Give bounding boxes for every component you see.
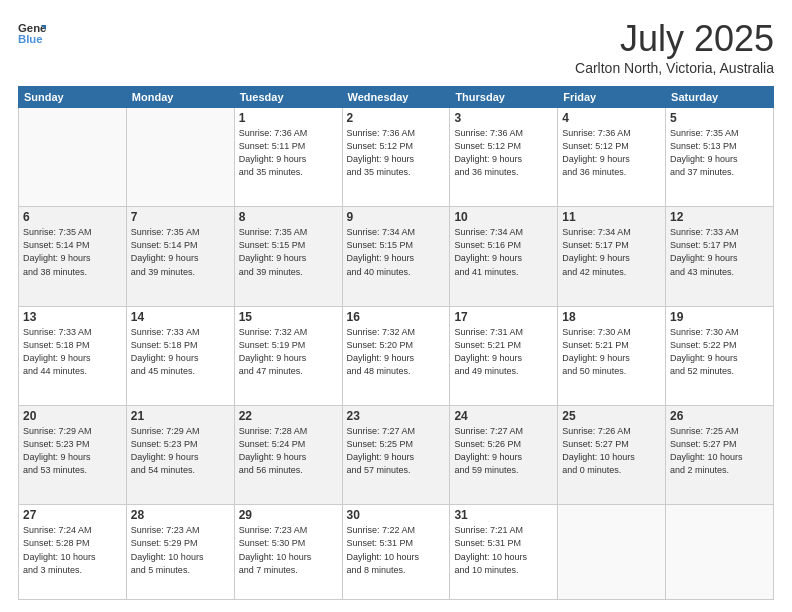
day-info: Sunrise: 7:21 AM Sunset: 5:31 PM Dayligh… bbox=[454, 524, 553, 576]
day-info: Sunrise: 7:23 AM Sunset: 5:29 PM Dayligh… bbox=[131, 524, 230, 576]
day-of-week-header: Monday bbox=[126, 87, 234, 108]
day-of-week-header: Wednesday bbox=[342, 87, 450, 108]
day-info: Sunrise: 7:32 AM Sunset: 5:20 PM Dayligh… bbox=[347, 326, 446, 378]
day-number: 15 bbox=[239, 310, 338, 324]
calendar-cell: 10Sunrise: 7:34 AM Sunset: 5:16 PM Dayli… bbox=[450, 207, 558, 306]
day-number: 21 bbox=[131, 409, 230, 423]
calendar-cell: 7Sunrise: 7:35 AM Sunset: 5:14 PM Daylig… bbox=[126, 207, 234, 306]
day-number: 6 bbox=[23, 210, 122, 224]
day-number: 30 bbox=[347, 508, 446, 522]
calendar-cell: 19Sunrise: 7:30 AM Sunset: 5:22 PM Dayli… bbox=[666, 306, 774, 405]
day-info: Sunrise: 7:34 AM Sunset: 5:15 PM Dayligh… bbox=[347, 226, 446, 278]
day-number: 12 bbox=[670, 210, 769, 224]
day-of-week-header: Thursday bbox=[450, 87, 558, 108]
day-number: 31 bbox=[454, 508, 553, 522]
calendar-cell: 17Sunrise: 7:31 AM Sunset: 5:21 PM Dayli… bbox=[450, 306, 558, 405]
calendar-cell bbox=[558, 505, 666, 600]
day-info: Sunrise: 7:33 AM Sunset: 5:17 PM Dayligh… bbox=[670, 226, 769, 278]
day-number: 2 bbox=[347, 111, 446, 125]
day-number: 19 bbox=[670, 310, 769, 324]
main-title: July 2025 bbox=[575, 18, 774, 60]
calendar-cell: 12Sunrise: 7:33 AM Sunset: 5:17 PM Dayli… bbox=[666, 207, 774, 306]
calendar-cell: 3Sunrise: 7:36 AM Sunset: 5:12 PM Daylig… bbox=[450, 108, 558, 207]
day-info: Sunrise: 7:35 AM Sunset: 5:15 PM Dayligh… bbox=[239, 226, 338, 278]
title-block: July 2025 Carlton North, Victoria, Austr… bbox=[575, 18, 774, 76]
day-info: Sunrise: 7:26 AM Sunset: 5:27 PM Dayligh… bbox=[562, 425, 661, 477]
day-number: 1 bbox=[239, 111, 338, 125]
day-number: 17 bbox=[454, 310, 553, 324]
calendar-cell: 18Sunrise: 7:30 AM Sunset: 5:21 PM Dayli… bbox=[558, 306, 666, 405]
calendar-cell: 20Sunrise: 7:29 AM Sunset: 5:23 PM Dayli… bbox=[19, 406, 127, 505]
day-number: 27 bbox=[23, 508, 122, 522]
day-info: Sunrise: 7:36 AM Sunset: 5:12 PM Dayligh… bbox=[454, 127, 553, 179]
day-number: 25 bbox=[562, 409, 661, 423]
day-info: Sunrise: 7:34 AM Sunset: 5:16 PM Dayligh… bbox=[454, 226, 553, 278]
calendar-cell: 9Sunrise: 7:34 AM Sunset: 5:15 PM Daylig… bbox=[342, 207, 450, 306]
calendar-cell: 15Sunrise: 7:32 AM Sunset: 5:19 PM Dayli… bbox=[234, 306, 342, 405]
calendar-cell: 31Sunrise: 7:21 AM Sunset: 5:31 PM Dayli… bbox=[450, 505, 558, 600]
day-info: Sunrise: 7:34 AM Sunset: 5:17 PM Dayligh… bbox=[562, 226, 661, 278]
calendar-cell: 26Sunrise: 7:25 AM Sunset: 5:27 PM Dayli… bbox=[666, 406, 774, 505]
day-number: 20 bbox=[23, 409, 122, 423]
day-of-week-header: Tuesday bbox=[234, 87, 342, 108]
calendar-table: SundayMondayTuesdayWednesdayThursdayFrid… bbox=[18, 86, 774, 600]
day-info: Sunrise: 7:24 AM Sunset: 5:28 PM Dayligh… bbox=[23, 524, 122, 576]
day-info: Sunrise: 7:29 AM Sunset: 5:23 PM Dayligh… bbox=[131, 425, 230, 477]
calendar-cell bbox=[126, 108, 234, 207]
day-number: 10 bbox=[454, 210, 553, 224]
day-info: Sunrise: 7:35 AM Sunset: 5:14 PM Dayligh… bbox=[131, 226, 230, 278]
day-info: Sunrise: 7:25 AM Sunset: 5:27 PM Dayligh… bbox=[670, 425, 769, 477]
calendar-cell: 8Sunrise: 7:35 AM Sunset: 5:15 PM Daylig… bbox=[234, 207, 342, 306]
calendar-cell: 4Sunrise: 7:36 AM Sunset: 5:12 PM Daylig… bbox=[558, 108, 666, 207]
calendar-cell: 5Sunrise: 7:35 AM Sunset: 5:13 PM Daylig… bbox=[666, 108, 774, 207]
calendar-cell bbox=[19, 108, 127, 207]
day-info: Sunrise: 7:36 AM Sunset: 5:11 PM Dayligh… bbox=[239, 127, 338, 179]
calendar-cell: 23Sunrise: 7:27 AM Sunset: 5:25 PM Dayli… bbox=[342, 406, 450, 505]
day-info: Sunrise: 7:30 AM Sunset: 5:22 PM Dayligh… bbox=[670, 326, 769, 378]
day-of-week-header: Saturday bbox=[666, 87, 774, 108]
day-info: Sunrise: 7:27 AM Sunset: 5:26 PM Dayligh… bbox=[454, 425, 553, 477]
day-info: Sunrise: 7:22 AM Sunset: 5:31 PM Dayligh… bbox=[347, 524, 446, 576]
calendar-week-row: 13Sunrise: 7:33 AM Sunset: 5:18 PM Dayli… bbox=[19, 306, 774, 405]
day-info: Sunrise: 7:27 AM Sunset: 5:25 PM Dayligh… bbox=[347, 425, 446, 477]
day-number: 18 bbox=[562, 310, 661, 324]
day-number: 29 bbox=[239, 508, 338, 522]
day-number: 22 bbox=[239, 409, 338, 423]
day-number: 24 bbox=[454, 409, 553, 423]
day-info: Sunrise: 7:28 AM Sunset: 5:24 PM Dayligh… bbox=[239, 425, 338, 477]
calendar-week-row: 1Sunrise: 7:36 AM Sunset: 5:11 PM Daylig… bbox=[19, 108, 774, 207]
calendar-page: General Blue July 2025 Carlton North, Vi… bbox=[0, 0, 792, 612]
day-number: 3 bbox=[454, 111, 553, 125]
day-number: 5 bbox=[670, 111, 769, 125]
day-info: Sunrise: 7:35 AM Sunset: 5:13 PM Dayligh… bbox=[670, 127, 769, 179]
calendar-cell: 14Sunrise: 7:33 AM Sunset: 5:18 PM Dayli… bbox=[126, 306, 234, 405]
day-number: 28 bbox=[131, 508, 230, 522]
day-info: Sunrise: 7:35 AM Sunset: 5:14 PM Dayligh… bbox=[23, 226, 122, 278]
day-number: 14 bbox=[131, 310, 230, 324]
header: General Blue July 2025 Carlton North, Vi… bbox=[18, 18, 774, 76]
day-of-week-header: Sunday bbox=[19, 87, 127, 108]
day-number: 13 bbox=[23, 310, 122, 324]
svg-text:Blue: Blue bbox=[18, 33, 43, 45]
calendar-cell: 16Sunrise: 7:32 AM Sunset: 5:20 PM Dayli… bbox=[342, 306, 450, 405]
calendar-cell: 6Sunrise: 7:35 AM Sunset: 5:14 PM Daylig… bbox=[19, 207, 127, 306]
calendar-week-row: 27Sunrise: 7:24 AM Sunset: 5:28 PM Dayli… bbox=[19, 505, 774, 600]
logo: General Blue bbox=[18, 18, 46, 46]
day-info: Sunrise: 7:29 AM Sunset: 5:23 PM Dayligh… bbox=[23, 425, 122, 477]
day-number: 23 bbox=[347, 409, 446, 423]
day-info: Sunrise: 7:36 AM Sunset: 5:12 PM Dayligh… bbox=[562, 127, 661, 179]
day-number: 9 bbox=[347, 210, 446, 224]
day-info: Sunrise: 7:23 AM Sunset: 5:30 PM Dayligh… bbox=[239, 524, 338, 576]
day-info: Sunrise: 7:36 AM Sunset: 5:12 PM Dayligh… bbox=[347, 127, 446, 179]
calendar-cell: 25Sunrise: 7:26 AM Sunset: 5:27 PM Dayli… bbox=[558, 406, 666, 505]
day-number: 11 bbox=[562, 210, 661, 224]
day-info: Sunrise: 7:31 AM Sunset: 5:21 PM Dayligh… bbox=[454, 326, 553, 378]
logo-icon: General Blue bbox=[18, 18, 46, 46]
day-info: Sunrise: 7:30 AM Sunset: 5:21 PM Dayligh… bbox=[562, 326, 661, 378]
day-info: Sunrise: 7:33 AM Sunset: 5:18 PM Dayligh… bbox=[23, 326, 122, 378]
calendar-cell: 2Sunrise: 7:36 AM Sunset: 5:12 PM Daylig… bbox=[342, 108, 450, 207]
calendar-cell: 28Sunrise: 7:23 AM Sunset: 5:29 PM Dayli… bbox=[126, 505, 234, 600]
calendar-cell: 13Sunrise: 7:33 AM Sunset: 5:18 PM Dayli… bbox=[19, 306, 127, 405]
day-info: Sunrise: 7:32 AM Sunset: 5:19 PM Dayligh… bbox=[239, 326, 338, 378]
calendar-cell: 27Sunrise: 7:24 AM Sunset: 5:28 PM Dayli… bbox=[19, 505, 127, 600]
